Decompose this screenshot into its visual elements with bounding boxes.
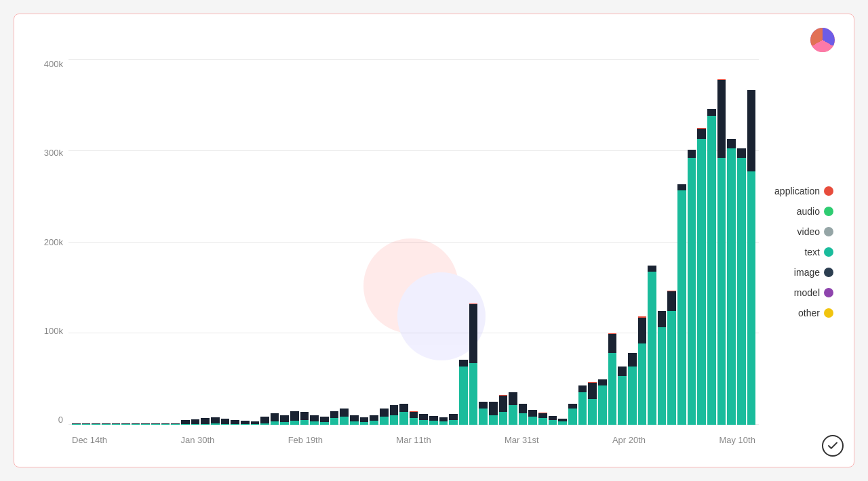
bar-text [132,424,140,425]
bar-text [380,417,389,425]
bar-group [320,59,329,425]
legend-item-text: text [774,247,833,257]
bar-group [538,59,547,425]
bar-image [479,402,488,409]
legend-label-video: video [797,226,820,237]
legend-item-model: model [774,287,833,298]
bar-text [598,385,607,425]
bar-group [112,59,121,425]
bar-group [290,59,299,425]
bar-image [727,139,736,148]
bar-image [320,417,329,423]
bar-image [608,334,617,354]
y-label-200k: 200k [44,237,63,247]
bar-image [628,353,637,366]
bar-text [211,423,220,425]
bar-group [410,59,418,425]
bar-text [112,424,121,425]
bar-image [747,90,756,171]
bar-text [290,421,299,425]
bar-group [519,59,528,425]
bar-group [677,59,686,425]
bar-group [251,59,260,425]
bar-image [360,417,369,422]
bar-text [628,367,637,425]
bar-text [528,417,537,425]
bar-image [260,417,269,423]
verified-checkmark [822,435,844,457]
bar-image [191,419,200,424]
bar-group [429,59,438,425]
bar-group [151,59,160,425]
bar-group [578,59,587,425]
bar-text [688,158,696,425]
bar-image [588,383,597,399]
bar-group [300,59,309,425]
bar-image [697,129,706,138]
x-label-apr20: Apr 20th [612,435,646,445]
bar-text [251,424,260,425]
bar-image [688,150,696,158]
bar-text [201,424,210,425]
bar-group [697,59,706,425]
bar-text [727,148,736,425]
bar-image [717,80,726,158]
legend-item-image: image [774,267,833,278]
bar-image [330,411,339,419]
bar-group [608,59,617,425]
bar-text [161,424,170,425]
bar-image [310,415,319,422]
bar-text [618,376,627,425]
chart-area: 400k 300k 200k 100k 0 [28,59,840,445]
bar-group [340,59,349,425]
bar-text [191,424,200,425]
bar-text [241,424,250,425]
bar-group [717,59,726,425]
bar-text [459,367,468,425]
bar-image [271,413,279,421]
bar-text [151,424,160,425]
bar-text [449,420,458,425]
bar-text [578,392,587,425]
bar-image [707,109,716,116]
legend-dot-other [824,308,833,318]
chart-body: Dec 14th Jan 30th Feb 19th Mar 11th Mar … [68,59,840,445]
bar-text [658,327,667,425]
bar-text [370,421,378,425]
bar-text [330,418,339,425]
bar-group [380,59,389,425]
bar-group [350,59,359,425]
bar-image [280,415,289,423]
bar-group [658,59,667,425]
bar-image [221,419,230,423]
bar-text [707,116,716,425]
bar-group [211,59,220,425]
bar-image [499,396,508,412]
bar-image [469,304,478,362]
legend-dot-text [824,247,833,257]
bar-text [181,424,190,425]
bar-image [618,367,627,376]
bar-group [330,59,339,425]
bar-group [549,59,557,425]
bar-group [449,59,458,425]
bar-group [598,59,607,425]
legend-dot-video [824,227,833,236]
legend-dot-model [824,288,833,297]
user-badge [810,28,840,52]
legend-label-model: model [794,287,820,298]
bar-group [439,59,448,425]
bar-group [588,59,597,425]
legend-label-image: image [794,267,820,278]
bar-group [459,59,468,425]
legend-label-text: text [804,247,820,257]
bar-group [628,59,637,425]
x-label-feb19: Feb 19th [288,435,323,445]
bar-text [121,424,130,425]
legend-item-video: video [774,226,833,237]
bar-group [171,59,180,425]
bar-text [479,409,488,425]
bar-text [648,272,656,425]
bar-group [271,59,279,425]
bar-group [241,59,250,425]
